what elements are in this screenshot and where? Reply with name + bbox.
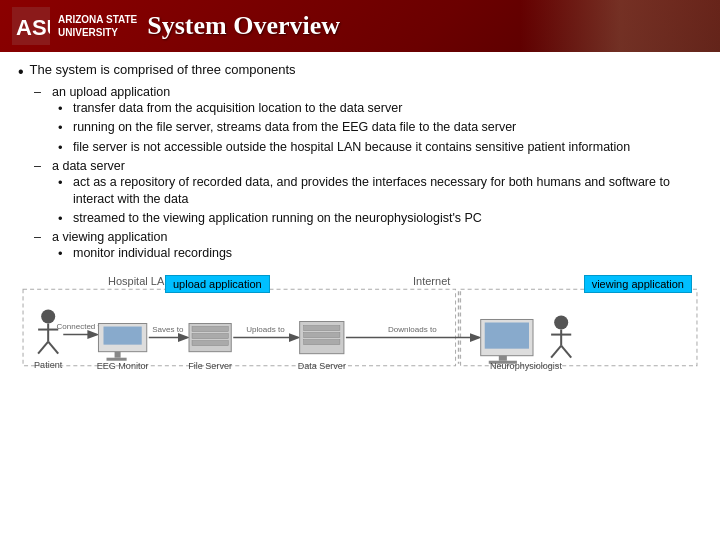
svg-rect-13 [104, 327, 142, 345]
dash-icon: – [34, 85, 48, 99]
header: ASU ARIZONA STATE UNIVERSITY System Over… [0, 0, 720, 52]
dash-item-upload: – an upload application [34, 85, 702, 99]
viewing-bullet-1: • monitor individual recordings [58, 245, 702, 263]
svg-line-8 [48, 342, 58, 354]
asu-logo: ASU ARIZONA STATE UNIVERSITY [12, 7, 137, 45]
svg-text:Neurophysiologist: Neurophysiologist [490, 361, 562, 371]
upload-bullet-3: • file server is not accessible outside … [58, 139, 702, 157]
svg-point-38 [554, 316, 568, 330]
upload-bullet-1-text: transfer data from the acquisition locat… [73, 100, 402, 118]
dash-icon: – [34, 230, 48, 244]
svg-text:Uploads to: Uploads to [246, 325, 285, 334]
main-point-text: The system is comprised of three compone… [30, 62, 296, 77]
bullet-icon: • [58, 174, 68, 192]
svg-line-42 [561, 346, 571, 358]
svg-text:Connected to: Connected to [56, 322, 104, 331]
svg-rect-20 [192, 327, 228, 332]
bullet-icon: • [58, 210, 68, 228]
svg-text:Patient: Patient [34, 360, 63, 370]
svg-rect-22 [192, 341, 228, 346]
svg-rect-27 [304, 326, 340, 331]
svg-rect-28 [304, 333, 340, 338]
dataserver-label: a data server [52, 159, 125, 173]
bullet-icon: • [58, 119, 68, 137]
section-viewing: – a viewing application • monitor indivi… [34, 230, 702, 263]
svg-text:Data Server: Data Server [298, 361, 346, 371]
section-dataserver: – a data server • act as a repository of… [34, 159, 702, 228]
upload-bullet-1: • transfer data from the acquisition loc… [58, 100, 702, 118]
page-title: System Overview [147, 11, 340, 41]
upload-bullet-2-text: running on the file server, streams data… [73, 119, 516, 137]
svg-point-4 [41, 310, 55, 324]
viewing-application-label: viewing application [584, 275, 692, 293]
main-bullet-icon: • [18, 62, 24, 81]
section-upload: – an upload application • transfer data … [34, 85, 702, 157]
dataserver-bullet-1-text: act as a repository of recorded data, an… [73, 174, 702, 209]
dataserver-bullets: • act as a repository of recorded data, … [58, 174, 702, 228]
asu-logo-mark: ASU [12, 7, 50, 45]
upload-application-label: upload application [165, 275, 270, 293]
svg-text:Saves to: Saves to [152, 325, 184, 334]
bullet-icon: • [58, 100, 68, 118]
dataserver-bullet-2: • streamed to the viewing application ru… [58, 210, 702, 228]
viewing-bullets: • monitor individual recordings [58, 245, 702, 263]
lan-label: Hospital LAN [108, 275, 172, 287]
upload-label: an upload application [52, 85, 170, 99]
header-bg [520, 0, 720, 52]
upload-bullets: • transfer data from the acquisition loc… [58, 100, 702, 157]
bullet-icon: • [58, 245, 68, 263]
svg-rect-29 [304, 340, 340, 345]
internet-label: Internet [413, 275, 450, 287]
bullet-icon: • [58, 139, 68, 157]
university-name: ARIZONA STATE UNIVERSITY [58, 13, 137, 39]
svg-text:ASU: ASU [16, 15, 50, 40]
upload-bullet-3-text: file server is not accessible outside th… [73, 139, 630, 157]
main-content: • The system is comprised of three compo… [0, 52, 720, 382]
svg-text:EEG Monitor: EEG Monitor [97, 361, 149, 371]
svg-rect-21 [192, 334, 228, 339]
svg-line-7 [38, 342, 48, 354]
viewing-bullet-1-text: monitor individual recordings [73, 245, 232, 263]
dash-icon: – [34, 159, 48, 173]
svg-line-41 [551, 346, 561, 358]
dataserver-bullet-1: • act as a repository of recorded data, … [58, 174, 702, 209]
svg-rect-35 [485, 323, 529, 349]
dataserver-bullet-2-text: streamed to the viewing application runn… [73, 210, 482, 228]
dash-item-viewing: – a viewing application [34, 230, 702, 244]
upload-bullet-2: • running on the file server, streams da… [58, 119, 702, 137]
system-diagram: Hospital LAN Internet upload application… [18, 269, 702, 374]
main-point: • The system is comprised of three compo… [18, 62, 702, 81]
viewing-label: a viewing application [52, 230, 167, 244]
svg-text:File Server: File Server [188, 361, 232, 371]
svg-text:Downloads to: Downloads to [388, 325, 437, 334]
dash-item-dataserver: – a data server [34, 159, 702, 173]
svg-rect-14 [115, 352, 121, 358]
